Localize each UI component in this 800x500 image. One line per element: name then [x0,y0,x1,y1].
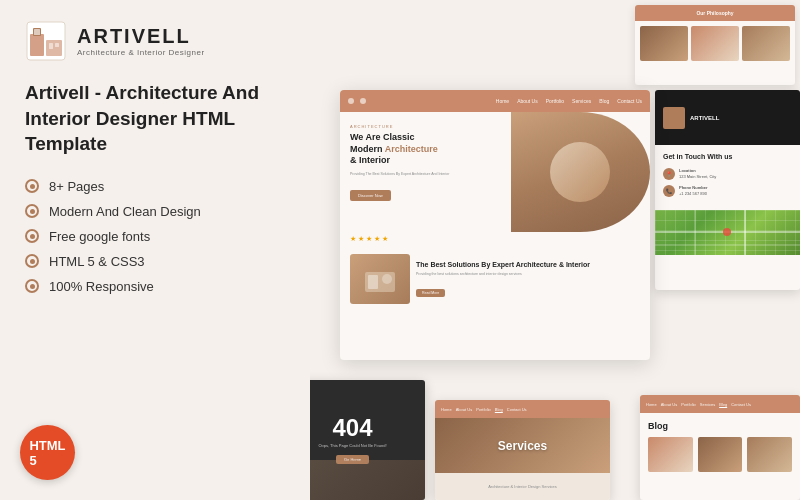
nav-link-contact: Contact Us [617,98,642,104]
contact-logo-text: ARTIVELL [690,115,719,121]
blog-header: Home About Us Portfolio Services Blog Co… [640,395,800,413]
hero-desc: Providing The Best Solutions By Expert A… [350,172,501,177]
philosophy-img-3 [742,26,790,61]
preview-contact-panel: ARTIVELL Get in Touch With us 📍 Location… [655,90,800,290]
services-hero: Services [435,418,610,473]
blog-content: Blog [640,413,800,480]
section-image [350,254,410,304]
preview-philosophy-panel: Our Philosophy [635,5,795,85]
preview-section: The Best Solutions By Expert Architectur… [340,246,650,312]
hero-image-inner [511,112,651,232]
services-title: Services [498,439,547,453]
main-title: Artivell - Architecture And Interior Des… [25,80,285,157]
star-4: ★ [374,235,380,243]
location-text: Location 123 Main Street, City [679,168,716,179]
feature-label-2: Modern And Clean Design [49,204,201,219]
phone-value: +1 234 567 890 [679,191,707,196]
location-icon: 📍 [663,168,675,180]
preview-stars: ★ ★ ★ ★ ★ [340,232,650,246]
svc-nav-home: Home [441,407,452,412]
html5-label: HTML5 [29,438,65,468]
nav-dot-1 [348,98,354,104]
services-header: Home About Us Portfolio Blog Contact Us [435,400,610,418]
svg-rect-4 [46,40,62,56]
hero-image [511,112,651,232]
phone-label: Phone Number [679,185,707,190]
blog-nav-blog: Blog [719,402,727,407]
svc-nav-blog: Blog [495,407,503,412]
interior-shape [550,142,610,202]
star-2: ★ [358,235,364,243]
philosophy-title: Our Philosophy [641,10,789,16]
star-5: ★ [382,235,388,243]
preview-hero-section: ARCHITECTURE We Are ClassicModern Archit… [340,112,650,232]
contact-content: Get in Touch With us 📍 Location 123 Main… [655,145,800,210]
section-title: The Best Solutions By Expert Architectur… [416,260,590,269]
feature-label-1: 8+ Pages [49,179,104,194]
bullet-icon-3 [25,229,39,243]
404-number: 404 [332,416,372,440]
feature-item-3: Free google fonts [25,229,285,244]
logo-text-block: ARTIVELL Architecture & Interior Designe… [77,25,205,57]
svg-rect-1 [30,34,44,56]
left-panel: ARTIVELL Architecture & Interior Designe… [0,0,310,500]
blog-nav: Home About Us Portfolio Services Blog Co… [646,402,751,407]
feature-list: 8+ Pages Modern And Clean Design Free go… [25,179,285,294]
blog-item-3 [747,437,792,472]
nav-link-portfolio: Portfolio [546,98,564,104]
bullet-icon-4 [25,254,39,268]
contact-map [655,210,800,255]
philosophy-images [635,21,795,66]
philosophy-img-1 [640,26,688,61]
location-value: 123 Main Street, City [679,174,716,179]
nav-links: Home About Us Portfolio Services Blog Co… [496,98,642,104]
section-content: The Best Solutions By Expert Architectur… [416,260,590,299]
contact-header: ARTIVELL [655,90,800,145]
svg-point-9 [382,274,392,284]
feature-label-4: HTML 5 & CSS3 [49,254,145,269]
section-button[interactable]: Read More [416,289,445,297]
logo-area: ARTIVELL Architecture & Interior Designe… [25,20,285,62]
svg-rect-6 [55,43,59,47]
svg-rect-8 [368,275,378,289]
feature-label-5: 100% Responsive [49,279,154,294]
contact-phone: 📞 Phone Number +1 234 567 890 [663,185,792,197]
blog-items [648,437,792,472]
nav-link-about: About Us [517,98,538,104]
blog-nav-portfolio: Portfolio [681,402,696,407]
star-3: ★ [366,235,372,243]
svg-rect-5 [49,43,53,49]
404-message: Oops, This Page Could Not Be Found! [318,443,386,449]
blog-item-1 [648,437,693,472]
nav-link-services: Services [572,98,591,104]
philosophy-header: Our Philosophy [635,5,795,21]
feature-item-4: HTML 5 & CSS3 [25,254,285,269]
svc-nav-contact: Contact Us [507,407,527,412]
feature-item-1: 8+ Pages [25,179,285,194]
svc-nav-about: About Us [456,407,472,412]
bullet-icon-2 [25,204,39,218]
contact-logo-box [663,107,685,129]
section-img-icon [365,267,395,292]
preview-navbar: Home About Us Portfolio Services Blog Co… [340,90,650,112]
hero-title: We Are ClassicModern Architecture& Inter… [350,132,501,167]
blog-item-2 [698,437,743,472]
blog-title: Blog [648,421,792,431]
blog-nav-home: Home [646,402,657,407]
preview-services-panel: Home About Us Portfolio Blog Contact Us … [435,400,610,500]
nav-link-home: Home [496,98,509,104]
services-nav: Home About Us Portfolio Blog Contact Us [441,407,527,412]
services-footer-text: Architecture & Interior Design Services [488,484,557,489]
phone-text: Phone Number +1 234 567 890 [679,185,707,196]
feature-label-3: Free google fonts [49,229,150,244]
hero-label: ARCHITECTURE [350,124,501,129]
nav-dot-2 [360,98,366,104]
logo-name: ARTIVELL [77,25,205,48]
html5-badge: HTML5 [20,425,75,480]
nav-link-blog: Blog [599,98,609,104]
hero-button[interactable]: Discover Now [350,190,391,201]
bullet-icon-1 [25,179,39,193]
philosophy-img-2 [691,26,739,61]
svg-rect-3 [34,29,40,35]
bullet-icon-5 [25,279,39,293]
